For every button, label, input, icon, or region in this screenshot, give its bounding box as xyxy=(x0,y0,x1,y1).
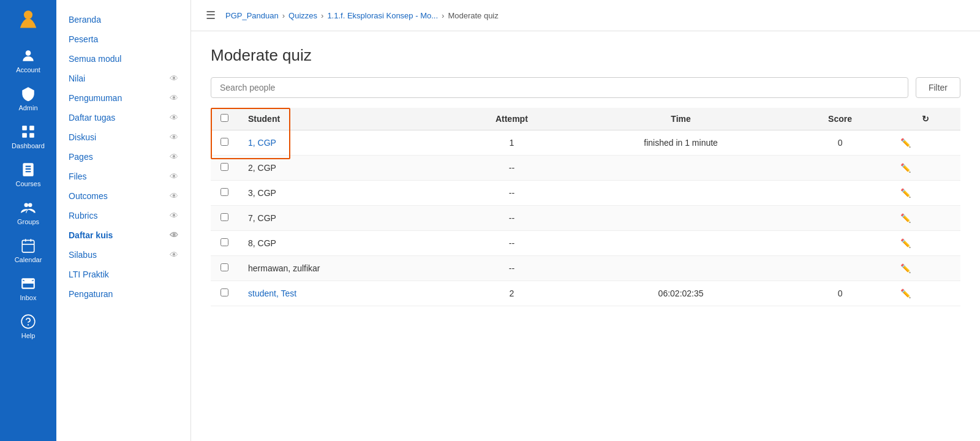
eye-icon-pengumuman: 👁 xyxy=(170,93,178,103)
eye-icon-files: 👁 xyxy=(170,172,178,181)
nav-item-calendar[interactable]: Calendar xyxy=(0,232,56,270)
row-checkbox[interactable] xyxy=(221,213,228,221)
nav-label-help: Help xyxy=(21,332,36,339)
score-value: 0 xyxy=(790,281,891,306)
sidebar-item-silabus[interactable]: Silabus 👁 xyxy=(56,245,190,265)
row-checkbox[interactable] xyxy=(221,138,228,146)
nav-item-courses[interactable]: Courses xyxy=(0,156,56,194)
table-row: 8, CGP--✏️ xyxy=(211,231,960,256)
breadcrumb-eksplorasi[interactable]: 1.1.f. Eksplorasi Konsep - Mo... xyxy=(327,11,438,20)
student-name: 7, CGP xyxy=(238,206,451,231)
nav-item-dashboard[interactable]: Dashboard xyxy=(0,118,56,156)
time-value xyxy=(572,231,790,256)
breadcrumb: ☰ PGP_Panduan › Quizzes › 1.1.f. Eksplor… xyxy=(191,0,980,31)
content-area: ☰ PGP_Panduan › Quizzes › 1.1.f. Eksplor… xyxy=(191,0,980,441)
svg-rect-2 xyxy=(22,126,27,130)
sidebar-item-nilai[interactable]: Nilai 👁 xyxy=(56,69,190,88)
pencil-icon[interactable]: ✏️ xyxy=(891,231,960,256)
nav-label-courses: Courses xyxy=(16,180,41,187)
svg-point-7 xyxy=(28,203,32,207)
breadcrumb-current: Moderate quiz xyxy=(448,11,498,20)
score-value xyxy=(790,156,891,181)
attempt-value: -- xyxy=(451,231,572,256)
row-checkbox[interactable] xyxy=(221,263,228,271)
pencil-icon[interactable]: ✏️ xyxy=(891,130,960,156)
attempt-value: -- xyxy=(451,156,572,181)
nav-item-admin[interactable]: Admin xyxy=(0,80,56,118)
sidebar-item-pengumuman[interactable]: Pengumuman 👁 xyxy=(56,88,190,108)
hamburger-icon[interactable]: ☰ xyxy=(206,9,216,22)
th-checkbox xyxy=(211,108,238,130)
eye-icon-daftar-kuis: 👁 xyxy=(170,230,178,240)
nav-label-account: Account xyxy=(16,66,40,74)
eye-icon-diskusi: 👁 xyxy=(170,132,178,142)
svg-rect-4 xyxy=(22,133,27,138)
attempt-value: 2 xyxy=(451,281,572,306)
nav-label-calendar: Calendar xyxy=(15,256,42,263)
time-value xyxy=(572,181,790,206)
table-row: hermawan, zulfikar--✏️ xyxy=(211,256,960,281)
score-value xyxy=(790,181,891,206)
svg-point-0 xyxy=(24,10,32,19)
sidebar-item-outcomes[interactable]: Outcomes 👁 xyxy=(56,186,190,206)
eye-icon-outcomes: 👁 xyxy=(170,191,178,201)
table-row: 7, CGP--✏️ xyxy=(211,206,960,231)
sidebar-item-pages[interactable]: Pages 👁 xyxy=(56,147,190,167)
eye-icon-pages: 👁 xyxy=(170,152,178,162)
breadcrumb-quizzes[interactable]: Quizzes xyxy=(288,11,317,20)
student-link[interactable]: student, Test xyxy=(248,288,296,298)
sidebar-item-peserta[interactable]: Peserta xyxy=(56,29,190,49)
sidebar-item-daftar-kuis[interactable]: Daftar kuis 👁 xyxy=(56,225,190,245)
quiz-table: Student Attempt Time Score ↻ 1, CGP1fini… xyxy=(211,108,960,306)
score-value xyxy=(790,206,891,231)
pencil-icon[interactable]: ✏️ xyxy=(891,156,960,181)
filter-button[interactable]: Filter xyxy=(916,77,960,98)
pencil-icon[interactable]: ✏️ xyxy=(891,281,960,306)
sidebar-item-daftar-tugas[interactable]: Daftar tugas 👁 xyxy=(56,108,190,127)
eye-icon-rubrics: 👁 xyxy=(170,211,178,221)
attempt-value: -- xyxy=(451,256,572,281)
row-checkbox[interactable] xyxy=(221,188,228,196)
row-checkbox[interactable] xyxy=(221,163,228,171)
breadcrumb-pgp[interactable]: PGP_Panduan xyxy=(225,11,279,20)
th-action: ↻ xyxy=(891,108,960,130)
pencil-icon[interactable]: ✏️ xyxy=(891,181,960,206)
eye-icon-daftar-tugas: 👁 xyxy=(170,113,178,123)
time-value: finished in 1 minute xyxy=(572,130,790,156)
th-student: Student xyxy=(238,108,451,130)
th-time: Time xyxy=(572,108,790,130)
sidebar-item-lti-praktik[interactable]: LTI Praktik xyxy=(56,265,190,284)
nav-label-dashboard: Dashboard xyxy=(12,142,45,149)
sidebar-item-rubrics[interactable]: Rubrics 👁 xyxy=(56,206,190,225)
time-value: 06:02:02:35 xyxy=(572,281,790,306)
pencil-icon[interactable]: ✏️ xyxy=(891,256,960,281)
sidebar-item-diskusi[interactable]: Diskusi 👁 xyxy=(56,127,190,147)
row-checkbox[interactable] xyxy=(221,288,228,296)
nav-item-groups[interactable]: Groups xyxy=(0,194,56,232)
student-link[interactable]: 1, CGP xyxy=(248,138,276,148)
select-all-checkbox[interactable] xyxy=(221,114,228,122)
nav-item-account[interactable]: Account xyxy=(0,42,56,80)
pencil-icon[interactable]: ✏️ xyxy=(891,206,960,231)
svg-rect-3 xyxy=(29,126,34,130)
row-checkbox[interactable] xyxy=(221,238,228,246)
table-row: 1, CGP1finished in 1 minute0✏️ xyxy=(211,130,960,156)
sidebar-item-pengaturan[interactable]: Pengaturan xyxy=(56,284,190,304)
table-row: 2, CGP--✏️ xyxy=(211,156,960,181)
th-attempt: Attempt xyxy=(451,108,572,130)
score-value xyxy=(790,231,891,256)
svg-point-12 xyxy=(21,315,35,328)
score-value: 0 xyxy=(790,130,891,156)
table-wrapper: Student Attempt Time Score ↻ 1, CGP1fini… xyxy=(211,108,960,306)
svg-rect-8 xyxy=(22,240,34,252)
nav-item-inbox[interactable]: Inbox xyxy=(0,270,56,307)
svg-point-13 xyxy=(28,324,29,325)
page-title: Moderate quiz xyxy=(211,46,960,65)
sidebar-item-semua-modul[interactable]: Semua modul xyxy=(56,49,190,69)
student-name: 2, CGP xyxy=(238,156,451,181)
search-input[interactable] xyxy=(211,77,908,98)
nav-item-help[interactable]: Help xyxy=(0,307,56,345)
sidebar-item-beranda[interactable]: Beranda xyxy=(56,10,190,29)
nav-label-inbox: Inbox xyxy=(20,294,37,301)
sidebar-item-files[interactable]: Files 👁 xyxy=(56,167,190,186)
